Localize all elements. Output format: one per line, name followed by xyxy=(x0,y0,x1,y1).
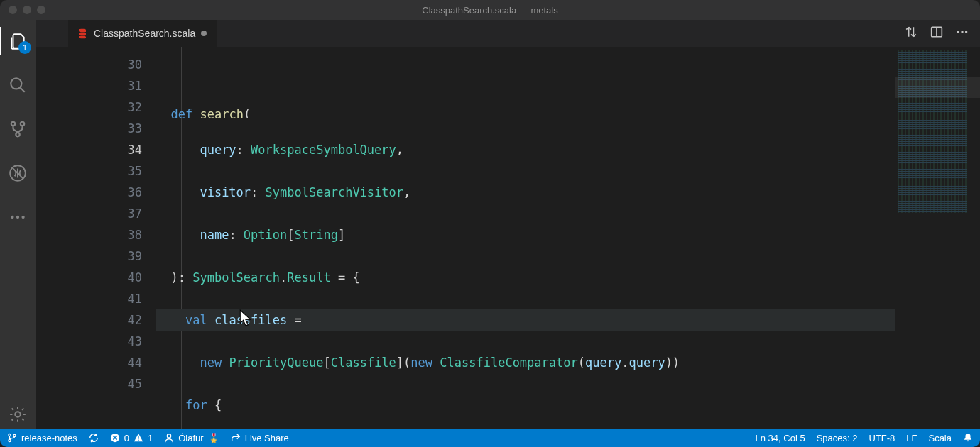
search-icon xyxy=(9,76,27,94)
source-control-icon xyxy=(9,120,27,138)
code-content[interactable]: def search( query: WorkspaceSymbolQuery,… xyxy=(156,47,895,429)
activity-bar: 1 xyxy=(0,20,36,429)
close-window-button[interactable] xyxy=(9,6,17,14)
svg-point-14 xyxy=(965,31,967,33)
svg-point-2 xyxy=(11,122,15,126)
svg-point-4 xyxy=(16,133,19,136)
minimap[interactable] xyxy=(895,47,980,429)
line-number-gutter: 30 31 32 33 34 35 36 37 38 39 40 41 42 4… xyxy=(36,47,156,429)
scala-file-icon xyxy=(77,28,88,39)
svg-point-3 xyxy=(21,122,24,126)
tab-dirty-indicator xyxy=(201,31,207,36)
svg-point-12 xyxy=(957,31,959,33)
svg-point-7 xyxy=(16,216,19,219)
tab-filename: ClasspathSearch.scala xyxy=(94,28,195,39)
medal-icon: 🎖️ xyxy=(208,433,219,443)
window-title: ClasspathSearch.scala — metals xyxy=(0,5,980,16)
person-icon xyxy=(164,433,174,443)
editor-actions xyxy=(905,26,980,41)
svg-rect-20 xyxy=(138,440,138,441)
tabs-bar: ClasspathSearch.scala xyxy=(36,20,980,47)
sync-icon xyxy=(89,433,99,443)
svg-point-13 xyxy=(961,31,963,33)
svg-point-0 xyxy=(11,78,21,89)
liveshare-icon xyxy=(231,433,241,443)
status-eol[interactable]: LF xyxy=(906,433,917,443)
status-encoding[interactable]: UTF-8 xyxy=(869,433,895,443)
svg-point-15 xyxy=(9,434,11,436)
warning-icon xyxy=(134,433,143,443)
window-controls xyxy=(9,6,45,14)
editor-group: ClasspathSearch.scala 30 31 32 33 xyxy=(36,20,980,429)
vscode-window: ClasspathSearch.scala — metals 1 xyxy=(0,0,980,447)
status-notifications[interactable] xyxy=(963,433,973,443)
explorer-view-button[interactable]: 1 xyxy=(0,27,36,55)
status-bar: release-notes 0 1 Ólafur 🎖️ Live Share L… xyxy=(0,429,980,447)
debug-view-button[interactable] xyxy=(0,159,36,187)
svg-point-21 xyxy=(168,434,171,438)
more-actions-button[interactable] xyxy=(956,26,969,41)
svg-rect-19 xyxy=(138,436,138,438)
editor-body[interactable]: 30 31 32 33 34 35 36 37 38 39 40 41 42 4… xyxy=(36,47,980,429)
status-user[interactable]: Ólafur 🎖️ xyxy=(164,433,219,443)
compare-changes-button[interactable] xyxy=(905,26,918,41)
bell-icon xyxy=(963,433,973,443)
minimize-window-button[interactable] xyxy=(23,6,31,14)
titlebar: ClasspathSearch.scala — metals xyxy=(0,0,980,20)
source-control-view-button[interactable] xyxy=(0,115,36,143)
branch-icon xyxy=(7,433,17,443)
status-sync[interactable] xyxy=(89,433,99,443)
status-cursor-position[interactable]: Ln 34, Col 5 xyxy=(756,433,805,443)
explorer-badge: 1 xyxy=(18,41,31,54)
maximize-window-button[interactable] xyxy=(37,6,45,14)
settings-button[interactable] xyxy=(0,400,36,429)
status-problems[interactable]: 0 1 xyxy=(110,433,153,443)
debug-icon xyxy=(9,164,27,182)
status-liveshare[interactable]: Live Share xyxy=(231,433,289,443)
ellipsis-icon xyxy=(9,208,27,226)
status-language[interactable]: Scala xyxy=(928,433,952,443)
svg-point-17 xyxy=(13,434,16,436)
svg-point-8 xyxy=(21,216,24,219)
gear-icon xyxy=(9,405,27,424)
status-git-branch[interactable]: release-notes xyxy=(7,433,77,443)
split-editor-button[interactable] xyxy=(930,26,943,41)
svg-line-1 xyxy=(20,87,25,92)
more-views-button[interactable] xyxy=(0,203,36,231)
svg-point-6 xyxy=(11,216,13,219)
status-indentation[interactable]: Spaces: 2 xyxy=(817,433,858,443)
main-area: 1 xyxy=(0,20,980,429)
svg-point-9 xyxy=(15,412,21,417)
error-icon xyxy=(110,433,120,443)
search-view-button[interactable] xyxy=(0,71,36,99)
